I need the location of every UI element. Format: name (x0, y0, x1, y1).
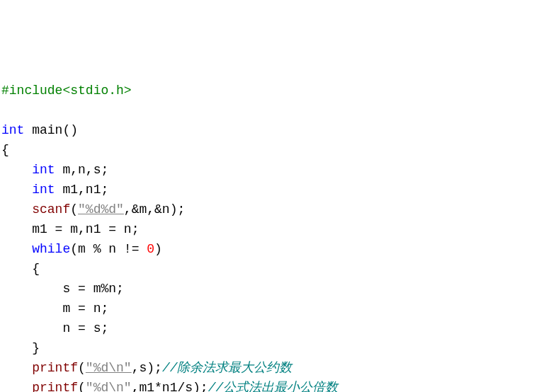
stmt-s: s = m%n; (62, 282, 123, 296)
parens: () (62, 123, 78, 137)
kw-while: while (32, 242, 70, 256)
fn-scanf: scanf (32, 202, 70, 217)
fmt-string3: "%d\n" (86, 381, 132, 392)
preproc-include: #include (1, 83, 62, 98)
kw-int: int (32, 183, 55, 197)
code-block: #include<stdio.h> int main() { int m,n,s… (1, 81, 538, 392)
fmt-string2: "%d\n" (86, 361, 132, 375)
inner-brace-close: } (32, 341, 40, 355)
assign-line: m1 = m,n1 = n; (32, 222, 139, 236)
open-paren: ( (78, 361, 86, 375)
while-close: ) (154, 242, 162, 256)
stmt-m: m = n; (62, 301, 108, 316)
comment2: //公式法出最小公倍数 (208, 381, 339, 392)
open-paren: ( (70, 202, 78, 217)
decl2: m1,n1; (55, 183, 109, 197)
scanf-args: ,&m,&n); (124, 202, 185, 217)
stmt-n: n = s; (62, 321, 108, 335)
printf1-args: ,s); (132, 361, 162, 375)
printf2-args: ,m1*n1/s); (132, 381, 208, 392)
comment1: //除余法求最大公约数 (162, 361, 293, 375)
num-zero: 0 (147, 242, 154, 256)
fn-printf2: printf (32, 381, 78, 392)
include-header: <stdio.h> (62, 83, 131, 98)
while-cond: (m % n != (70, 242, 147, 256)
open-paren: ( (78, 381, 86, 392)
kw-int: int (32, 163, 55, 177)
inner-brace-open: { (32, 262, 40, 276)
brace-open: { (1, 143, 9, 157)
fmt-string1: "%d%d" (78, 202, 124, 217)
fn-printf1: printf (32, 361, 78, 375)
kw-int: int (1, 123, 24, 137)
space (24, 123, 32, 137)
fn-main: main (32, 123, 62, 137)
decl1: m,n,s; (55, 163, 109, 177)
